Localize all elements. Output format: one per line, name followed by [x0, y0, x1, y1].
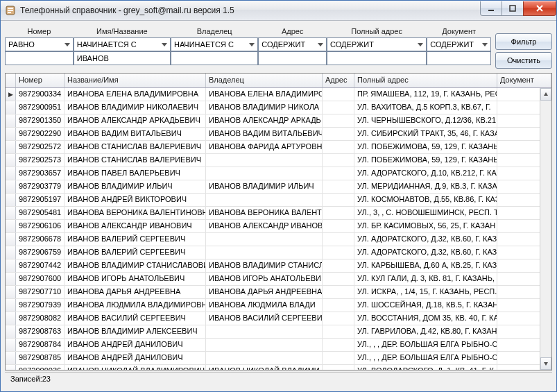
table-row[interactable]: 9872900951ИВАНОВ ВЛАДИМИР НИКОЛАЕВИЧИВАН… — [6, 101, 551, 114]
cell[interactable]: УЛ. АДОРАТСКОГО, Д.10, КВ.212, Г. КА — [354, 167, 497, 180]
cell[interactable]: ИВАНОВ ИГОРЬ АНАТОЛЬЕВИЧ — [65, 273, 206, 285]
scroll-up-arrow[interactable] — [540, 88, 551, 101]
cell[interactable]: 9872908082 — [16, 312, 65, 325]
cell[interactable]: 9872908784 — [16, 339, 65, 351]
cell[interactable]: ИВАНОВ СТАНИСЛАВ ВАЛЕРИЕВИЧ — [65, 141, 206, 153]
table-row[interactable]: 9872903779ИВАНОВ ВЛАДИМИР ИЛЬИЧИВАНОВ ВЛ… — [6, 180, 551, 194]
cell[interactable]: 9872902572 — [16, 141, 65, 153]
cell[interactable]: 9872908785 — [16, 352, 65, 364]
cell[interactable] — [206, 194, 323, 206]
cell[interactable]: 9872907710 — [16, 286, 65, 298]
cell[interactable] — [323, 128, 354, 140]
cell[interactable]: ИВАНОВ ВЛАДИМИР АЛЕКСЕЕВИЧ — [65, 325, 206, 338]
cell[interactable]: ИВАНОВ АЛЕКСАНДР АРКАДЬЕВИЧ — [65, 114, 206, 127]
filter-op-owner[interactable]: НАЧИНАЕТСЯ С — [171, 37, 258, 51]
filter-op-document[interactable]: СОДЕРЖИТ — [427, 37, 491, 51]
cell[interactable]: УЛ., , , ДЕР. БОЛЬШАЯ ЕЛГА РЫБНО-С — [354, 352, 497, 364]
cell[interactable]: 9872905197 — [16, 194, 65, 206]
cell[interactable]: УЛ. ВОССТАНИЯ, ДОМ 35, КВ. 40, Г. КА — [354, 312, 497, 325]
cell[interactable] — [323, 220, 354, 232]
cell[interactable] — [206, 154, 323, 167]
filter-op-fulladdress[interactable]: СОДЕРЖИТ — [327, 37, 427, 51]
cell[interactable]: ИВАНОВ АНДРЕЙ ДАНИЛОВИЧ — [65, 352, 206, 364]
grid-header-fulladdr[interactable]: Полный адрес — [354, 74, 497, 87]
cell[interactable] — [323, 273, 354, 285]
table-row[interactable]: 9872901350ИВАНОВ АЛЕКСАНДР АРКАДЬЕВИЧИВА… — [6, 114, 551, 128]
cell[interactable]: 9872902573 — [16, 154, 65, 167]
cell[interactable]: ИВАНОВ АЛЕКСАНДР ИВАНОВ — [206, 220, 323, 232]
cell[interactable]: 9872903779 — [16, 180, 65, 193]
cell[interactable]: 9872900951 — [16, 101, 65, 114]
cell[interactable]: ИВАНОВ ВАЛЕРИЙ СЕРГЕЕВИЧ — [65, 246, 206, 259]
minimize-button[interactable] — [480, 1, 502, 16]
table-row[interactable]: 9872908784ИВАНОВ АНДРЕЙ ДАНИЛОВИЧУЛ., , … — [6, 339, 551, 352]
cell[interactable] — [323, 299, 354, 312]
cell[interactable]: ИВАНОВ АНДРЕЙ ДАНИЛОВИЧ — [65, 339, 206, 351]
cell[interactable]: ИВАНОВ ВЛАДИМИР ИЛЬИЧ — [65, 180, 206, 193]
grid-header-name[interactable]: Название/Имя — [65, 74, 206, 87]
cell[interactable]: УЛ. ЧЕРНЫШЕВСКОГО, Д.12/36, КВ.21, — [354, 114, 497, 127]
cell[interactable]: 9872907600 — [16, 273, 65, 285]
filter-value-name[interactable]: ИВАНОВ — [74, 51, 171, 65]
filter-button[interactable]: Фильтр — [495, 33, 552, 50]
table-row[interactable]: 9872908082ИВАНОВ ВАСИЛИЙ СЕРГЕЕВИЧИВАНОВ… — [6, 312, 551, 325]
grid-header-number[interactable]: Номер — [16, 74, 65, 87]
filter-value-document[interactable] — [427, 51, 491, 65]
cell[interactable]: ИВАНОВ ВАДИМ ВИТАЛЬЕВИЧ — [65, 128, 206, 140]
cell[interactable] — [206, 233, 323, 246]
cell[interactable]: 9872908763 — [16, 325, 65, 338]
filter-op-number[interactable]: РАВНО — [5, 37, 74, 51]
table-row[interactable]: 9872906106ИВАНОВ АЛЕКСАНДР ИВАНОВИЧИВАНО… — [6, 220, 551, 233]
cell[interactable]: ИВАНОВ ПАВЕЛ ВАЛЕРЬЕВИЧ — [65, 167, 206, 180]
cell[interactable] — [323, 339, 354, 351]
clear-button[interactable]: Очистить — [495, 52, 552, 69]
table-row[interactable]: 9872907600ИВАНОВ ИГОРЬ АНАТОЛЬЕВИЧИВАНОВ… — [6, 273, 551, 286]
filter-value-fulladdress[interactable] — [327, 51, 427, 65]
cell[interactable]: УЛ. ВОЛОДАРСКОГО, Д. 1, КВ. 41, Г. К — [354, 365, 497, 370]
cell[interactable] — [206, 339, 323, 351]
cell[interactable]: ИВАНОВ АЛЕКСАНДР ИВАНОВИЧ — [65, 220, 206, 232]
data-grid[interactable]: Номер Название/Имя Владелец Адрес Полный… — [5, 73, 552, 370]
cell[interactable]: УЛ. ВАХИТОВА, Д.5 КОРП.3, КВ.67, Г. — [354, 101, 497, 114]
table-row[interactable]: 9872905481ИВАНОВА ВЕРОНИКА ВАЛЕНТИНОВНАИ… — [6, 207, 551, 220]
table-row[interactable]: 9872906678ИВАНОВ ВАЛЕРИЙ СЕРГЕЕВИЧУЛ. АД… — [6, 233, 551, 246]
cell[interactable]: ИВАНОВ АНДРЕЙ ВИКТОРОВИЧ — [65, 194, 206, 206]
cell[interactable] — [323, 325, 354, 338]
cell[interactable]: ИВАНОВА ЕЛЕНА ВЛАДИМИРО — [206, 88, 323, 101]
cell[interactable] — [323, 365, 354, 370]
cell[interactable] — [323, 246, 354, 259]
table-row[interactable]: 9872907939ИВАНОВА ЛЮДМИЛА ВЛАДИМИРОВНАИВ… — [6, 299, 551, 312]
cell[interactable]: ИВАНОВ ВЛАДИМИР СТАНИСЛ — [206, 259, 323, 272]
cell[interactable] — [323, 154, 354, 167]
cell[interactable] — [206, 246, 323, 259]
cell[interactable] — [206, 167, 323, 180]
filter-op-name[interactable]: НАЧИНАЕТСЯ С — [74, 37, 171, 51]
cell[interactable]: УЛ. КАРБЫШЕВА, Д.60 А, КВ.25, Г. КАЗ — [354, 259, 497, 272]
cell[interactable]: 9872903657 — [16, 167, 65, 180]
cell[interactable]: ИВАНОВ АЛЕКСАНДР АРКАДЬ — [206, 114, 323, 127]
scroll-track[interactable] — [540, 101, 551, 357]
cell[interactable] — [206, 352, 323, 364]
filter-value-number[interactable] — [5, 51, 74, 65]
cell[interactable]: ИВАНОВА ФАРИДА АРТУРОВН — [206, 141, 323, 153]
cell[interactable]: ИВАНОВА ДАРЬЯ АНДРЕЕВНА — [206, 286, 323, 298]
table-row[interactable]: ▶9872900334ИВАНОВА ЕЛЕНА ВЛАДИМИРОВНАИВА… — [6, 88, 551, 101]
table-row[interactable]: 9872903657ИВАНОВ ПАВЕЛ ВАЛЕРЬЕВИЧУЛ. АДО… — [6, 167, 551, 180]
cell[interactable]: ИВАНОВ ВАСИЛИЙ СЕРГЕЕВИ — [206, 312, 323, 325]
scroll-down-arrow[interactable] — [540, 357, 551, 370]
cell[interactable] — [323, 141, 354, 153]
cell[interactable]: УЛ., , , ДЕР. БОЛЬШАЯ ЕЛГА РЫБНО-С — [354, 339, 497, 351]
cell[interactable]: ИВАНОВ ВЛАДИМИР ИЛЬИЧ — [206, 180, 323, 193]
cell[interactable] — [323, 88, 354, 101]
cell[interactable]: ИВАНОВ СТАНИСЛАВ ВАЛЕРИЕВИЧ — [65, 154, 206, 167]
table-row[interactable]: 9872902572ИВАНОВ СТАНИСЛАВ ВАЛЕРИЕВИЧИВА… — [6, 141, 551, 154]
grid-header-address[interactable]: Адрес — [323, 74, 354, 87]
cell[interactable]: УЛ., 3, , С. НОВОШЕШМИНСК, РЕСП. Т — [354, 207, 497, 219]
cell[interactable]: УЛ. ПОБЕЖИМОВА, 59, 129, Г. КАЗАНЬ, — [354, 141, 497, 153]
cell[interactable]: ИВАНОВА ЛЮДМИЛА ВЛАДИМИРОВНА — [65, 299, 206, 312]
cell[interactable] — [323, 180, 354, 193]
cell[interactable]: УЛ. АДОРАТСКОГО, Д.32, КВ.60, Г. КАЗ — [354, 246, 497, 259]
cell[interactable]: ИВАНОВ ВАСИЛИЙ СЕРГЕЕВИЧ — [65, 312, 206, 325]
cell[interactable] — [323, 312, 354, 325]
cell[interactable]: УЛ. АДОРАТСКОГО, Д.32, КВ.60, Г. КАЗ — [354, 233, 497, 246]
